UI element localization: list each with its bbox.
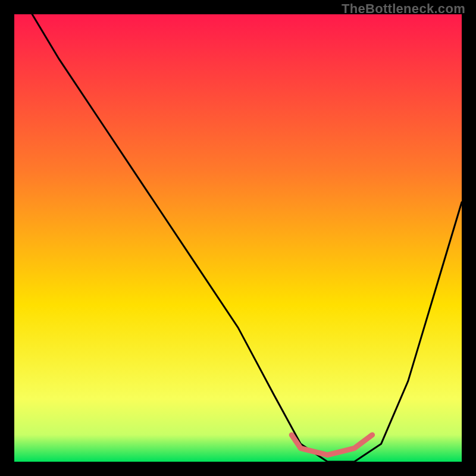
plot-background — [14, 14, 462, 462]
watermark-text: TheBottleneck.com — [342, 1, 465, 17]
bottleneck-chart — [0, 0, 476, 476]
chart-container: TheBottleneck.com — [0, 0, 476, 476]
